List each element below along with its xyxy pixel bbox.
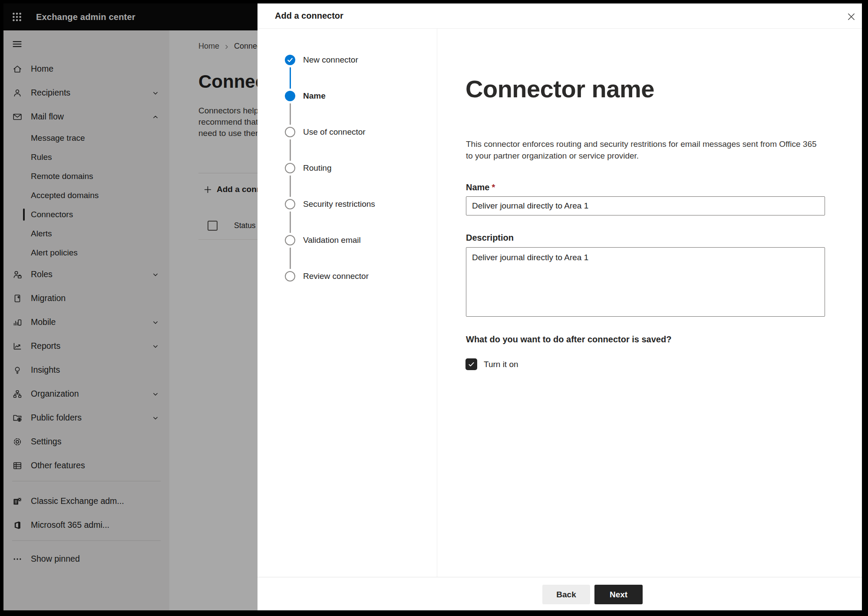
- turn-it-on-checkbox[interactable]: [465, 358, 477, 370]
- step-name-indicator[interactable]: [285, 91, 295, 101]
- description-field-label: Description: [466, 233, 514, 243]
- next-button[interactable]: Next: [594, 585, 643, 604]
- step-review-connector-label[interactable]: Review connector: [303, 271, 369, 282]
- step-use-of-connector-label[interactable]: Use of connector: [303, 126, 366, 138]
- step-name-label[interactable]: Name: [303, 90, 326, 102]
- required-asterisk: *: [492, 182, 495, 192]
- connector-name-heading: Connector name: [465, 75, 654, 103]
- step-connector-line: [290, 176, 291, 197]
- connector-description-text: This connector enforces routing and secu…: [466, 138, 817, 162]
- dialog-title: Add a connector: [275, 3, 343, 28]
- step-connector-line: [290, 139, 291, 161]
- back-button[interactable]: Back: [542, 585, 590, 604]
- screen: Exchange admin center Home Recipients Ma…: [3, 3, 862, 610]
- close-icon[interactable]: [842, 7, 860, 26]
- turn-it-on-row: Turn it on: [465, 358, 518, 370]
- step-review-connector-indicator[interactable]: [285, 271, 295, 282]
- step-use-of-connector-indicator[interactable]: [285, 127, 295, 137]
- name-input[interactable]: [466, 196, 825, 215]
- step-routing-label[interactable]: Routing: [303, 162, 332, 174]
- step-connector-line: [290, 248, 291, 269]
- divider: [257, 577, 862, 577]
- step-security-restrictions-label[interactable]: Security restrictions: [303, 199, 375, 210]
- step-connector-line: [290, 103, 291, 125]
- step-new-connector-label[interactable]: New connector: [303, 54, 358, 66]
- description-textarea[interactable]: Deliver journal directly to Area 1: [466, 247, 825, 317]
- step-new-connector-indicator[interactable]: [285, 55, 295, 65]
- exchange-admin-center-app: { "topbar": { "title": "Exchange admin c…: [0, 0, 868, 616]
- step-connector-line: [290, 67, 291, 89]
- name-field-label: Name*: [466, 182, 495, 192]
- divider: [257, 28, 862, 29]
- add-connector-dialog: Add a connector New connector Name Use o…: [257, 3, 862, 610]
- after-save-question: What do you want to do after connector i…: [466, 334, 671, 344]
- step-connector-line: [290, 212, 291, 233]
- step-security-restrictions-indicator[interactable]: [285, 199, 295, 209]
- step-validation-email-label[interactable]: Validation email: [303, 235, 361, 246]
- step-validation-email-indicator[interactable]: [285, 235, 295, 245]
- divider: [437, 29, 437, 577]
- step-routing-indicator[interactable]: [285, 163, 295, 173]
- turn-it-on-label: Turn it on: [484, 360, 518, 369]
